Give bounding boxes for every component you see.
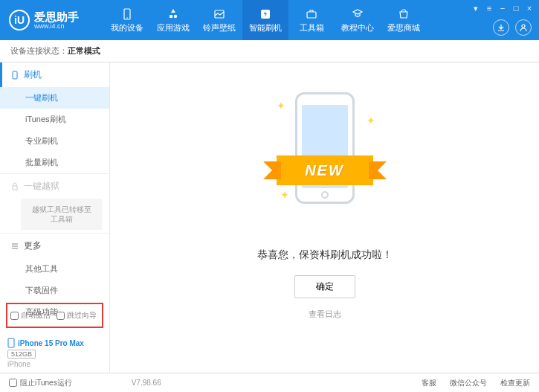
nav-toolbox[interactable]: 工具箱: [288, 0, 335, 40]
footer-support[interactable]: 客服: [422, 378, 436, 388]
auto-activate-checkbox[interactable]: 自动激活: [10, 310, 51, 321]
minimize-icon[interactable]: −: [497, 3, 508, 13]
nav-tutorial[interactable]: 教程中心: [335, 0, 381, 40]
skip-wizard-checkbox[interactable]: 跳过向导: [57, 310, 97, 321]
logo-area: iU 爱思助手 www.i4.cn: [0, 10, 104, 30]
version-label: V7.98.66: [132, 379, 161, 387]
list-icon: [10, 242, 19, 251]
success-message: 恭喜您，保资料刷机成功啦！: [257, 248, 393, 262]
nav-apps[interactable]: 应用游戏: [150, 0, 196, 40]
maximize-icon[interactable]: □: [511, 3, 521, 13]
sparkle-icon: ✦: [367, 115, 375, 126]
app-name: 爱思助手: [34, 11, 79, 22]
options-icon[interactable]: ≡: [484, 3, 494, 13]
sidebar-item-download[interactable]: 下载固件: [0, 280, 109, 301]
status-label: 设备连接状态：: [10, 45, 68, 57]
nav-wallpaper[interactable]: 铃声壁纸: [196, 0, 242, 40]
sidebar-item-itunes[interactable]: iTunes刷机: [0, 109, 109, 130]
svg-rect-9: [8, 338, 14, 347]
view-log-link[interactable]: 查看日志: [309, 309, 341, 320]
footer-bar: 阻止iTunes运行 V7.98.66 客服 微信公众号 检查更新: [0, 373, 539, 392]
footer-update[interactable]: 检查更新: [500, 378, 530, 388]
jailbreak-note: 越狱工具已转移至工具箱: [21, 199, 102, 230]
nav-flash[interactable]: 智能刷机: [242, 0, 288, 40]
menu-icon[interactable]: ▾: [471, 3, 481, 13]
svg-rect-7: [13, 71, 17, 79]
close-icon[interactable]: ×: [524, 3, 535, 13]
success-illustration: ✦ ✦ ✦ NEW: [280, 85, 369, 234]
sparkle-icon: ✦: [277, 100, 285, 112]
svg-rect-5: [307, 12, 316, 18]
app-icon: [167, 7, 180, 21]
sidebar-section-more[interactable]: 更多: [0, 234, 109, 258]
app-url: www.i4.cn: [34, 22, 79, 30]
sidebar-section-jailbreak[interactable]: 一键越狱: [0, 174, 109, 199]
nav-my-device[interactable]: 我的设备: [104, 0, 150, 40]
tutorial-icon: [351, 7, 364, 21]
device-name: iPhone 15 Pro Max: [18, 339, 84, 347]
svg-point-1: [126, 17, 128, 19]
options-highlight-box: 自动激活 跳过向导: [6, 303, 103, 328]
footer-wechat[interactable]: 微信公众号: [450, 378, 487, 388]
ok-button[interactable]: 确定: [294, 275, 355, 298]
sidebar-section-flash[interactable]: 刷机: [0, 62, 109, 87]
download-button[interactable]: [493, 19, 509, 36]
shop-icon: [397, 7, 410, 21]
lock-icon: [10, 182, 19, 191]
device-small-icon: [7, 338, 15, 348]
svg-point-2: [174, 14, 177, 17]
app-header: iU 爱思助手 www.i4.cn 我的设备 应用游戏 铃声壁纸 智能刷机 工具…: [0, 0, 539, 40]
sidebar-item-other[interactable]: 其他工具: [0, 258, 109, 280]
status-bar: 设备连接状态： 正常模式: [0, 40, 539, 62]
header-actions: [493, 19, 532, 36]
user-button[interactable]: [515, 19, 532, 36]
sparkle-icon: ✦: [280, 189, 289, 201]
main-content: ✦ ✦ ✦ NEW 恭喜您，保资料刷机成功啦！ 确定 查看日志: [110, 62, 539, 373]
sidebar: 刷机 一键刷机 iTunes刷机 专业刷机 批量刷机 一键越狱 越狱工具已转移至…: [0, 62, 110, 373]
toolbox-icon: [305, 7, 318, 21]
new-ribbon: NEW: [277, 155, 373, 185]
phone-icon: [10, 71, 19, 80]
nav-shop[interactable]: 爱思商城: [381, 0, 427, 40]
device-type: iPhone: [7, 360, 84, 368]
device-storage: 512GB: [7, 350, 36, 359]
logo-icon: iU: [9, 10, 30, 30]
svg-rect-8: [13, 186, 17, 190]
device-info: iPhone 15 Pro Max 512GB iPhone: [7, 338, 84, 368]
phone-icon: [295, 92, 355, 204]
flash-icon: [259, 7, 272, 21]
sidebar-item-batch[interactable]: 批量刷机: [0, 152, 109, 173]
status-value: 正常模式: [68, 45, 100, 57]
svg-point-6: [522, 25, 525, 28]
block-itunes-checkbox[interactable]: 阻止iTunes运行: [9, 378, 72, 388]
sidebar-item-pro[interactable]: 专业刷机: [0, 130, 109, 152]
device-icon: [120, 7, 134, 21]
wallpaper-icon: [213, 7, 226, 21]
window-controls: ▾ ≡ − □ ×: [471, 3, 535, 13]
sidebar-item-oneclick[interactable]: 一键刷机: [0, 87, 109, 109]
